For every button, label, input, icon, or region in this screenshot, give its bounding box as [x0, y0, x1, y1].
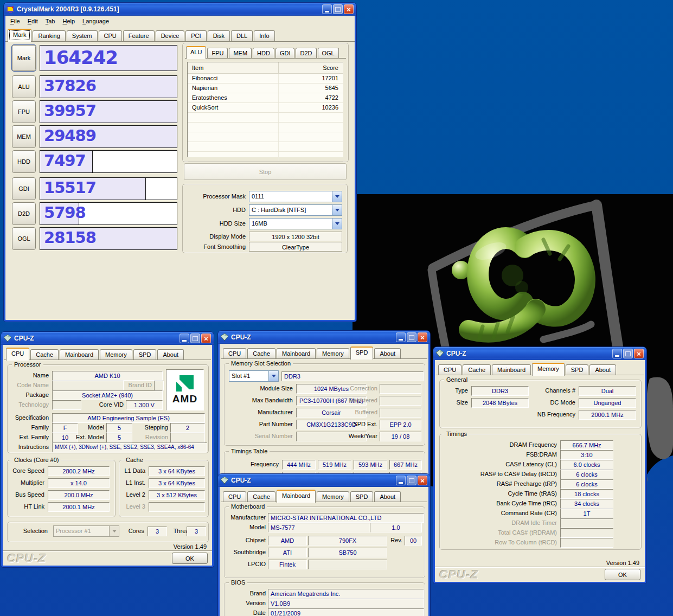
- chevron-down-icon[interactable]: [332, 205, 342, 215]
- tab-memory[interactable]: Memory: [317, 348, 349, 359]
- tab-mainboard[interactable]: Mainboard: [60, 349, 99, 360]
- tab-memory[interactable]: Memory: [317, 491, 349, 502]
- alu-button[interactable]: ALU: [12, 75, 36, 98]
- processor-mask-select[interactable]: 0111: [249, 191, 342, 202]
- cpuz-titlebar[interactable]: CPU-Z ×: [218, 331, 430, 344]
- table-row[interactable]: [188, 132, 343, 142]
- minimize-button[interactable]: [612, 349, 622, 358]
- tab-disk[interactable]: Disk: [208, 30, 230, 41]
- minimize-button[interactable]: [180, 333, 189, 343]
- tab-cache[interactable]: Cache: [247, 491, 275, 502]
- gdi-button[interactable]: GDI: [12, 177, 36, 200]
- result-tab-hdd[interactable]: HDD: [253, 48, 274, 59]
- tab-about[interactable]: About: [374, 348, 401, 359]
- tab-device[interactable]: Device: [156, 30, 185, 41]
- mem-button[interactable]: MEM: [12, 125, 36, 148]
- cpuz-app-icon[interactable]: [220, 476, 229, 485]
- menu-tab[interactable]: Tab: [42, 17, 59, 25]
- result-tab-d2d[interactable]: D2D: [296, 48, 316, 59]
- crystalmark-titlebar[interactable]: CrystalMark 2004R3 [0.9.126.451] ×: [4, 3, 356, 16]
- ogl-button[interactable]: OGL: [12, 227, 36, 250]
- tab-about[interactable]: About: [589, 364, 616, 375]
- menu-edit[interactable]: Edit: [24, 17, 42, 25]
- cpuz-app-icon[interactable]: [3, 334, 12, 343]
- close-button[interactable]: ×: [201, 333, 211, 343]
- slot-select[interactable]: Slot #1: [229, 370, 279, 382]
- tab-memory[interactable]: Memory: [532, 363, 565, 376]
- tab-cache[interactable]: Cache: [463, 364, 491, 375]
- close-button[interactable]: ×: [344, 4, 354, 14]
- result-tab-gdi[interactable]: GDI: [275, 48, 295, 59]
- tab-cpu[interactable]: CPU: [223, 348, 246, 359]
- minimize-button[interactable]: [396, 476, 406, 485]
- result-tab-mem[interactable]: MEM: [229, 48, 252, 59]
- result-tab-alu[interactable]: ALU: [186, 46, 206, 59]
- tab-system[interactable]: System: [67, 30, 98, 41]
- cpuz-titlebar[interactable]: CPU-Z ×: [433, 347, 646, 360]
- chevron-down-icon[interactable]: [332, 219, 342, 229]
- maximize-button[interactable]: [190, 333, 200, 343]
- hdd-size-select[interactable]: 16MB: [249, 218, 342, 229]
- tab-about[interactable]: About: [374, 491, 401, 502]
- cpuz-app-icon[interactable]: [435, 349, 444, 358]
- close-button[interactable]: ×: [634, 349, 644, 358]
- fpu-button[interactable]: FPU: [12, 100, 36, 123]
- tab-dll[interactable]: DLL: [231, 30, 253, 41]
- maximize-button[interactable]: [333, 4, 343, 14]
- tab-cache[interactable]: Cache: [247, 348, 275, 359]
- table-row[interactable]: Eratosthenes4722: [188, 93, 343, 103]
- menu-file[interactable]: File: [7, 17, 24, 25]
- tab-pci[interactable]: PCI: [185, 30, 206, 41]
- cpuz-titlebar[interactable]: CPU-Z ×: [1, 332, 214, 345]
- cpuz-titlebar[interactable]: CPU-Z ×: [218, 474, 430, 487]
- chevron-down-icon[interactable]: [332, 191, 342, 202]
- tab-cpu[interactable]: CPU: [223, 491, 246, 502]
- chevron-down-icon[interactable]: [268, 371, 278, 381]
- tab-about[interactable]: About: [157, 349, 184, 360]
- tab-mainboard[interactable]: Mainboard: [492, 364, 531, 375]
- close-button[interactable]: ×: [418, 476, 427, 485]
- maximize-button[interactable]: [407, 332, 416, 342]
- table-row[interactable]: [188, 142, 343, 152]
- minimize-button[interactable]: [322, 4, 332, 14]
- maximize-button[interactable]: [407, 476, 416, 485]
- table-row[interactable]: [188, 113, 343, 123]
- tab-cpu[interactable]: CPU: [99, 30, 122, 41]
- table-row[interactable]: Napierian5645: [188, 84, 343, 93]
- cpuz-app-icon[interactable]: [220, 333, 229, 342]
- crystalmark-app-icon[interactable]: [6, 5, 15, 14]
- tab-feature[interactable]: Feature: [123, 30, 155, 41]
- tab-mainboard[interactable]: Mainboard: [277, 490, 316, 503]
- tab-spd[interactable]: SPD: [350, 347, 374, 360]
- tab-cpu[interactable]: CPU: [6, 348, 29, 361]
- table-row[interactable]: [188, 152, 343, 162]
- result-tab-ogl[interactable]: OGL: [318, 48, 339, 59]
- tab-ranking[interactable]: Ranking: [33, 30, 65, 41]
- table-row[interactable]: Fibonacci17201: [188, 74, 343, 84]
- tab-cpu[interactable]: CPU: [438, 364, 462, 375]
- tab-spd[interactable]: SPD: [133, 349, 157, 360]
- hdd-select[interactable]: C : HardDisk [NTFS]: [249, 204, 342, 216]
- tab-memory[interactable]: Memory: [100, 349, 132, 360]
- mark-button[interactable]: Mark: [12, 45, 36, 71]
- ok-button[interactable]: OK: [605, 569, 640, 580]
- result-tab-fpu[interactable]: FPU: [207, 48, 228, 59]
- tab-mark[interactable]: Mark: [8, 29, 31, 42]
- table-row[interactable]: QuickSort10236: [188, 103, 343, 113]
- stop-button[interactable]: Stop: [184, 163, 347, 180]
- menu-help[interactable]: Help: [59, 17, 79, 25]
- menu-language[interactable]: Language: [79, 17, 113, 25]
- d2d-button[interactable]: D2D: [12, 202, 36, 225]
- close-button[interactable]: ×: [418, 332, 427, 342]
- tab-info[interactable]: Info: [254, 30, 274, 41]
- minimize-button[interactable]: [396, 332, 406, 342]
- table-row[interactable]: [188, 123, 343, 132]
- ok-button[interactable]: OK: [172, 553, 208, 564]
- tab-spd[interactable]: SPD: [350, 491, 374, 502]
- maximize-button[interactable]: [623, 349, 633, 358]
- tab-mainboard[interactable]: Mainboard: [277, 348, 316, 359]
- processor-select[interactable]: Processor #1: [53, 525, 119, 537]
- hdd-button[interactable]: HDD: [12, 150, 36, 173]
- tab-spd[interactable]: SPD: [566, 364, 589, 375]
- tab-cache[interactable]: Cache: [30, 349, 59, 360]
